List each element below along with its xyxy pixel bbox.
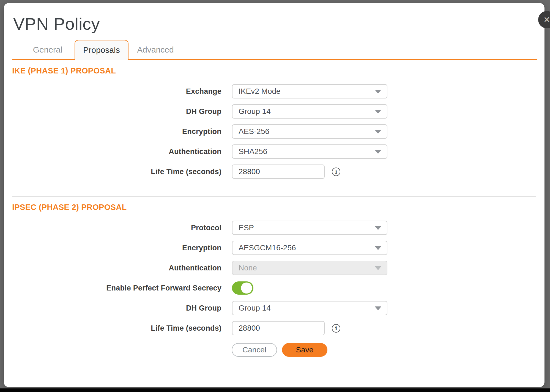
ipsec-phase2-heading: IPSEC (PHASE 2) PROPOSAL: [12, 203, 536, 212]
backdrop-bottom-strip: [0, 388, 550, 392]
proposals-tab-content: IKE (PHASE 1) PROPOSAL Exchange IKEv2 Mo…: [4, 66, 544, 357]
info-icon-glyph: i: [335, 326, 337, 331]
ipsec-life-time-row: Life Time (seconds) i: [12, 321, 536, 335]
ike-authentication-value: SHA256: [239, 147, 267, 156]
pfs-label: Enable Perfect Forward Secrecy: [12, 284, 221, 292]
ike-dh-group-label: DH Group: [12, 107, 221, 116]
pfs-toggle-on[interactable]: [232, 281, 253, 295]
info-icon-glyph: i: [335, 169, 337, 174]
chevron-down-icon: [375, 226, 381, 230]
protocol-dropdown[interactable]: ESP: [232, 221, 387, 235]
vpn-policy-dialog: VPN Policy General Proposals Advanced IK…: [4, 3, 544, 387]
page-title: VPN Policy: [13, 15, 544, 33]
ipsec-authentication-label: Authentication: [12, 264, 221, 272]
ipsec-dh-group-dropdown[interactable]: Group 14: [232, 301, 387, 315]
ike-dh-group-value: Group 14: [239, 107, 271, 116]
ipsec-authentication-dropdown-disabled: None: [232, 261, 387, 275]
cancel-button[interactable]: Cancel: [232, 343, 277, 357]
chevron-down-icon: [375, 266, 381, 270]
ike-life-time-input[interactable]: [232, 165, 325, 179]
tab-proposals[interactable]: Proposals: [75, 40, 128, 60]
ike-authentication-label: Authentication: [12, 147, 221, 156]
exchange-row: Exchange IKEv2 Mode: [12, 84, 536, 98]
ipsec-life-time-label: Life Time (seconds): [12, 324, 221, 333]
ipsec-dh-group-value: Group 14: [239, 304, 271, 312]
ipsec-life-time-input[interactable]: [232, 321, 325, 335]
ipsec-dh-group-row: DH Group Group 14: [12, 301, 536, 315]
info-icon[interactable]: i: [332, 168, 340, 176]
pfs-row: Enable Perfect Forward Secrecy: [12, 281, 536, 295]
tab-general[interactable]: General: [21, 40, 75, 60]
ike-encryption-value: AES-256: [239, 127, 269, 136]
chevron-down-icon: [375, 246, 381, 250]
ike-dh-group-row: DH Group Group 14: [12, 104, 536, 119]
ipsec-authentication-row: Authentication None: [12, 261, 536, 275]
close-icon: ✕: [543, 15, 550, 24]
protocol-label: Protocol: [12, 224, 221, 232]
save-button[interactable]: Save: [282, 343, 327, 357]
chevron-down-icon: [375, 130, 381, 134]
exchange-value: IKEv2 Mode: [239, 87, 281, 96]
ike-life-time-label: Life Time (seconds): [12, 168, 221, 176]
toggle-knob: [241, 283, 252, 294]
ike-encryption-dropdown[interactable]: AES-256: [232, 124, 387, 139]
ike-phase1-heading: IKE (PHASE 1) PROPOSAL: [12, 66, 536, 75]
ike-authentication-dropdown[interactable]: SHA256: [232, 144, 387, 159]
chevron-down-icon: [375, 306, 381, 310]
exchange-dropdown[interactable]: IKEv2 Mode: [232, 84, 387, 98]
protocol-row: Protocol ESP: [12, 221, 536, 235]
protocol-value: ESP: [239, 223, 254, 232]
ipsec-authentication-value: None: [239, 264, 257, 272]
dialog-actions: Cancel Save: [232, 343, 536, 357]
ipsec-encryption-dropdown[interactable]: AESGCM16-256: [232, 241, 387, 255]
ipsec-encryption-row: Encryption AESGCM16-256: [12, 241, 536, 255]
section-divider: [12, 196, 536, 197]
ike-encryption-label: Encryption: [12, 127, 221, 136]
ipsec-dh-group-label: DH Group: [12, 304, 221, 312]
chevron-down-icon: [375, 110, 381, 114]
ike-life-time-row: Life Time (seconds) i: [12, 165, 536, 179]
ipsec-encryption-label: Encryption: [12, 244, 221, 252]
ike-encryption-row: Encryption AES-256: [12, 124, 536, 139]
ipsec-encryption-value: AESGCM16-256: [239, 243, 296, 252]
tab-advanced[interactable]: Advanced: [128, 40, 182, 60]
chevron-down-icon: [375, 90, 381, 94]
exchange-label: Exchange: [12, 87, 221, 96]
tab-bar: General Proposals Advanced: [4, 40, 544, 60]
info-icon[interactable]: i: [332, 324, 340, 333]
ike-dh-group-dropdown[interactable]: Group 14: [232, 104, 387, 119]
ike-authentication-row: Authentication SHA256: [12, 144, 536, 159]
chevron-down-icon: [375, 150, 381, 154]
